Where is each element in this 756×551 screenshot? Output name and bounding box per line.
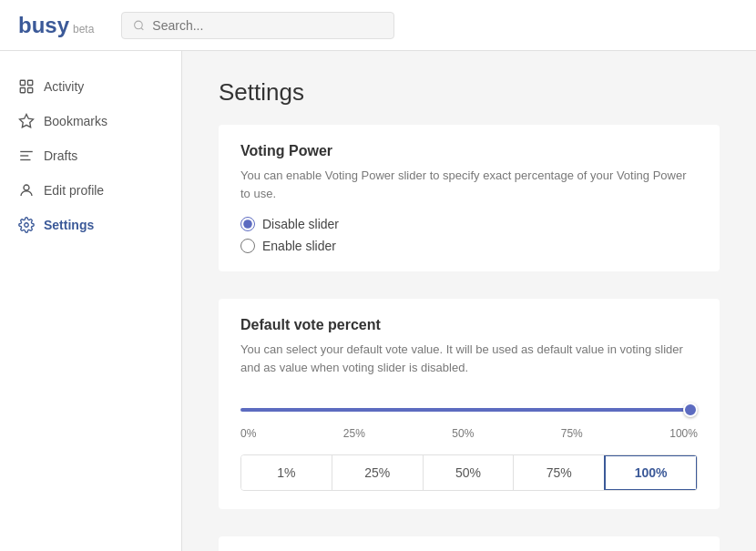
- sidebar-item-bookmarks-label: Bookmarks: [44, 114, 107, 128]
- sidebar-item-bookmarks[interactable]: Bookmarks: [0, 104, 181, 138]
- svg-rect-5: [28, 88, 33, 93]
- search-input[interactable]: [152, 18, 383, 33]
- language-section: Language What language do you want to us…: [219, 536, 720, 551]
- svg-line-1: [141, 27, 143, 29]
- disable-slider-radio[interactable]: [240, 217, 255, 231]
- enable-slider-text: Enable slider: [262, 239, 336, 253]
- default-vote-desc: You can select your default vote value. …: [240, 341, 698, 376]
- sidebar-item-drafts-label: Drafts: [44, 148, 77, 163]
- percent-btn-1[interactable]: 1%: [241, 455, 332, 490]
- percent-buttons: 1% 25% 50% 75% 100%: [240, 454, 698, 491]
- svg-point-0: [135, 21, 143, 29]
- sidebar-item-edit-profile[interactable]: Edit profile: [0, 173, 181, 208]
- svg-rect-3: [28, 80, 33, 85]
- svg-rect-2: [20, 80, 25, 85]
- sidebar-item-activity[interactable]: Activity: [0, 69, 181, 104]
- header: busy beta: [0, 0, 756, 51]
- slider-labels: 0% 25% 50% 75% 100%: [240, 427, 698, 440]
- slider-label-75: 75%: [561, 427, 583, 440]
- slider-label-0: 0%: [240, 427, 256, 440]
- bookmarks-icon: [18, 113, 35, 129]
- slider-container: 0% 25% 50% 75% 100%: [240, 391, 698, 440]
- slider-label-25: 25%: [343, 427, 365, 440]
- logo-busy-text: busy: [18, 13, 69, 38]
- sidebar-item-drafts[interactable]: Drafts: [0, 138, 181, 173]
- percent-btn-75[interactable]: 75%: [514, 455, 605, 490]
- enable-slider-radio[interactable]: [240, 239, 255, 253]
- slider-label-100: 100%: [669, 427, 698, 440]
- voting-power-desc: You can enable Voting Power slider to sp…: [240, 167, 698, 202]
- percent-btn-100[interactable]: 100%: [604, 454, 698, 491]
- sidebar-item-settings-label: Settings: [44, 218, 94, 232]
- search-box: [121, 12, 394, 39]
- percent-btn-25[interactable]: 25%: [332, 455, 424, 490]
- svg-rect-4: [20, 88, 25, 93]
- sidebar-item-activity-label: Activity: [44, 79, 84, 94]
- search-icon: [133, 19, 145, 32]
- logo-beta-text: beta: [73, 23, 94, 36]
- activity-icon: [18, 78, 35, 95]
- main-content: Settings Voting Power You can enable Vot…: [182, 51, 756, 551]
- drafts-icon: [18, 148, 35, 164]
- default-vote-section: Default vote percent You can select your…: [219, 299, 720, 509]
- default-vote-title: Default vote percent: [240, 317, 698, 333]
- sidebar-item-settings[interactable]: Settings: [0, 208, 181, 242]
- layout: Activity Bookmarks Drafts Edit profile: [0, 51, 756, 551]
- voting-power-section: Voting Power You can enable Voting Power…: [219, 125, 720, 271]
- page-title: Settings: [219, 78, 720, 107]
- logo[interactable]: busy beta: [18, 13, 94, 38]
- svg-point-11: [25, 223, 29, 228]
- svg-point-10: [24, 185, 29, 190]
- settings-icon: [18, 217, 35, 233]
- slider-label-50: 50%: [452, 427, 474, 440]
- percent-btn-50[interactable]: 50%: [424, 455, 515, 490]
- edit-profile-icon: [18, 182, 35, 199]
- vote-percent-slider[interactable]: [240, 408, 698, 412]
- voting-power-title: Voting Power: [240, 143, 698, 159]
- slider-wrapper: [240, 391, 698, 423]
- sidebar: Activity Bookmarks Drafts Edit profile: [0, 51, 182, 551]
- disable-slider-text: Disable slider: [262, 217, 339, 231]
- enable-slider-label[interactable]: Enable slider: [240, 239, 698, 253]
- svg-marker-6: [20, 115, 34, 128]
- disable-slider-label[interactable]: Disable slider: [240, 217, 698, 231]
- voting-power-radio-group: Disable slider Enable slider: [240, 217, 698, 253]
- sidebar-item-edit-profile-label: Edit profile: [44, 183, 104, 198]
